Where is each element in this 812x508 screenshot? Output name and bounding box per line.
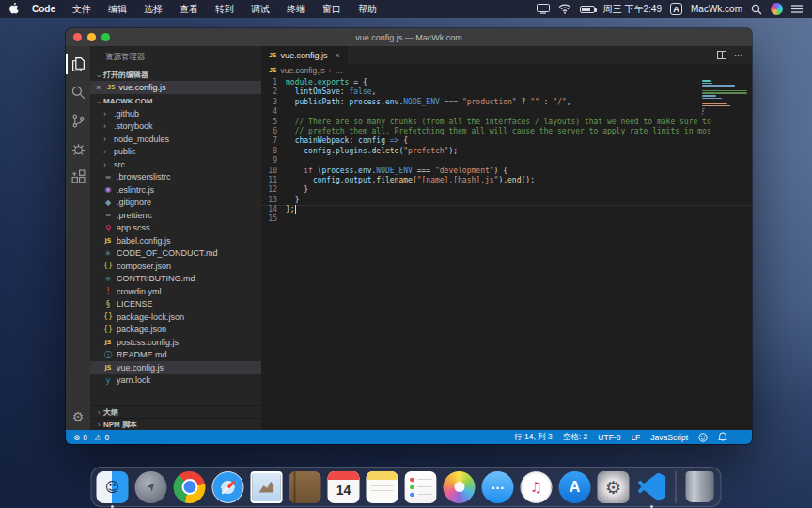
menubar-clock[interactable]: 周三 下午2:49 [603,3,662,16]
menu-item[interactable]: 查看 [171,0,207,18]
minimap[interactable] [699,78,750,119]
code-line-4[interactable]: 4 [261,107,752,117]
errors-status[interactable]: ⊗ 0 [73,433,87,442]
close-window-button[interactable] [73,33,82,41]
menu-item-code[interactable]: Code [23,0,64,18]
tree-item-README.md[interactable]: ⓘREADME.md [90,349,261,362]
code-line-9[interactable]: 9 [261,156,752,166]
code-line-2[interactable]: 2 lintOnSave: false, [261,87,752,97]
dock-app-reminders[interactable] [405,471,437,503]
tree-item-crowdin.yml[interactable]: !crowdin.yml [90,285,261,298]
close-tab-icon[interactable]: × [335,51,339,60]
window-titlebar[interactable]: vue.config.js — MacWk.com [66,28,752,46]
source-control-icon[interactable] [66,106,90,135]
code-line-3[interactable]: 3 publicPath: process.env.NODE_ENV === "… [261,98,752,107]
encoding-status[interactable]: UTF-8 [598,433,620,442]
dock-app-notes[interactable] [367,471,398,503]
open-editor-item[interactable]: × JS vue.config.js [90,81,261,94]
sidebar-section-大纲[interactable]: ›大纲 [90,405,261,418]
input-source-icon[interactable]: A [670,3,682,15]
dock-app-appstore[interactable] [559,471,591,503]
code-line-15[interactable]: 15 [261,214,752,224]
explorer-icon[interactable] [66,50,90,78]
minimize-window-button[interactable] [87,33,96,41]
dock-app-trash[interactable] [684,471,716,503]
sidebar-section-NPM 脚本[interactable]: ›NPM 脚本 [90,418,261,430]
wifi-icon[interactable] [558,4,571,14]
siri-icon[interactable] [771,3,783,15]
code-line-8[interactable]: 8 config.plugins.delete("prefetch"); [261,147,752,156]
tree-item-CODE_OF_CONDUCT.md[interactable]: ✳CODE_OF_CONDUCT.md [90,247,261,261]
code-line-12[interactable]: 12 } [261,185,752,195]
cursor-position-status[interactable]: 行 14, 列 3 [514,432,553,443]
apple-menu-icon[interactable] [9,3,20,15]
warnings-status[interactable]: ⚠ 0 [95,433,109,442]
tree-item-app.scss[interactable]: ♀app.scss [90,222,261,235]
tree-item-postcss.config.js[interactable]: JSpostcss.config.js [90,336,261,349]
menu-item[interactable]: 文件 [64,0,100,18]
menu-item[interactable]: 转到 [207,0,242,18]
breadcrumb-more[interactable]: … [336,66,344,75]
tree-item-LICENSE[interactable]: §LICENSE [90,298,261,311]
open-editors-section[interactable]: ⌄ 打开的编辑器 [90,68,261,81]
split-editor-icon[interactable] [717,51,726,59]
tree-item-src[interactable]: ›src [90,158,261,171]
feedback-smiley-icon[interactable] [698,433,708,442]
code-line-11[interactable]: 11 config.output.filename("[name].[hash]… [261,176,752,185]
debug-icon[interactable] [66,135,90,163]
manage-gear-icon[interactable]: ⚙ [72,409,85,424]
more-actions-icon[interactable]: ⋯ [734,50,744,60]
tree-item-package-lock.json[interactable]: {}package-lock.json [90,310,261,324]
menubar-app-label[interactable]: MacWk.com [691,4,742,14]
dock-app-photos[interactable] [444,471,476,503]
breadcrumb-file[interactable]: vue.config.js [280,66,324,75]
dock-app-vscode[interactable] [636,471,668,503]
menu-item[interactable]: 选择 [135,0,171,18]
display-icon[interactable] [537,4,550,14]
code-line-10[interactable]: 10 if (process.env.NODE_ENV === "develop… [261,167,752,176]
tree-item-CONTRIBUTING.md[interactable]: ✳CONTRIBUTING.md [90,273,261,286]
code-line-5[interactable]: 5 // There are so many chunks (from all … [261,118,752,127]
notification-center-icon[interactable] [791,4,803,14]
dock-app-finder[interactable] [97,471,129,503]
menu-item[interactable]: 编辑 [100,0,135,18]
tree-item-node_modules[interactable]: ›node_modules [90,133,261,146]
code-line-1[interactable]: 1module.exports = { [261,78,752,87]
tab-vue-config[interactable]: JS vue.config.js × [261,46,348,64]
notifications-bell-icon[interactable] [718,432,727,442]
extensions-icon[interactable] [66,163,90,191]
dock-app-settings[interactable] [598,471,630,503]
spotlight-search-icon[interactable] [751,4,762,15]
search-icon[interactable] [66,78,90,106]
tree-item-yarn.lock[interactable]: yyarn.lock [90,374,261,388]
tree-item-.browserslistrc[interactable]: ≡.browserslistrc [90,171,261,184]
tree-item-package.json[interactable]: {}package.json [90,324,261,337]
tree-item-.github[interactable]: ›.github [90,107,261,120]
menu-item[interactable]: 帮助 [350,0,385,18]
code-line-13[interactable]: 13 } [261,196,752,205]
dock-app-calendar[interactable]: 14 [328,471,360,503]
close-icon[interactable]: × [96,83,103,92]
code-line-14[interactable]: 14}; [261,205,752,214]
zoom-window-button[interactable] [102,33,110,41]
dock-app-mail[interactable] [251,471,283,503]
dock-app-itunes[interactable] [521,471,553,503]
code-editor[interactable]: 1module.exports = {2 lintOnSave: false,3… [261,76,752,430]
tree-item-.storybook[interactable]: ›.storybook [90,120,261,134]
dock-app-contacts[interactable] [289,471,321,503]
eol-status[interactable]: LF [631,433,640,442]
project-section[interactable]: ⌄ MACWK.COM [90,94,261,107]
breadcrumb[interactable]: JS vue.config.js › … [261,64,752,76]
code-line-7[interactable]: 7 chainWebpack: config => { [261,136,752,146]
language-mode-status[interactable]: JavaScript [650,433,688,442]
dock-app-chrome[interactable] [174,471,206,503]
battery-icon[interactable] [580,6,595,13]
menu-item[interactable]: 终端 [278,0,314,18]
dock-app-launchpad[interactable] [135,471,167,503]
menu-item[interactable]: 调试 [242,0,278,18]
tree-item-composer.json[interactable]: {}composer.json [90,260,261,273]
code-line-6[interactable]: 6 // prefetch them all. Prefetching them… [261,127,752,136]
indentation-status[interactable]: 空格: 2 [563,432,587,443]
dock-app-safari[interactable] [212,471,244,503]
tree-item-.gitignore[interactable]: ◆.gitignore [90,197,261,210]
